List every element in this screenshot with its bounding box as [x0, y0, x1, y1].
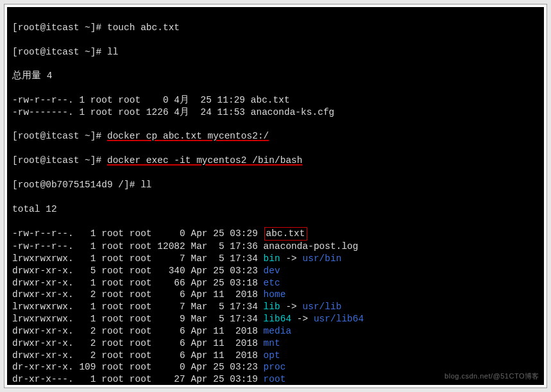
symlink-target: usr/lib	[303, 302, 342, 312]
file-name: proc	[264, 362, 286, 372]
symlink-target: usr/bin	[303, 253, 342, 264]
file-name: dev	[264, 266, 280, 276]
ls-row: drwxr-xr-x. 2 root root 6 Apr 11 2018 me…	[12, 325, 539, 337]
file-name: media	[264, 326, 292, 336]
symlink-target: usr/lib64	[314, 314, 364, 324]
file-name: lib64	[264, 314, 292, 324]
file-name: etc	[264, 278, 280, 288]
ls-row: lrwxrwxrwx. 1 root root 9 Mar 5 17:34 li…	[12, 313, 539, 325]
ls-row: drwxr-xr-x. 2 root root 6 Apr 11 2018 ho…	[12, 289, 539, 301]
file-name: home	[264, 289, 286, 300]
terminal[interactable]: [root@itcast ~]# touch abc.txt [root@itc…	[7, 7, 544, 385]
cmd-line: [root@itcast ~]# touch abc.txt	[12, 22, 539, 34]
cmd-line: [root@itcast ~]# ll	[12, 46, 539, 58]
file-name: mnt	[264, 338, 280, 348]
ls-header: 总用量 4	[12, 70, 539, 82]
file-name: root	[264, 374, 286, 384]
cmd-line: [root@0b70751514d9 /]# ll	[12, 179, 539, 191]
ls-total: total 12	[12, 203, 539, 216]
ls-row: drwxr-xr-x. 2 root root 6 Apr 11 2018 mn…	[12, 337, 539, 350]
cmd-line: [root@itcast ~]# docker exec -it mycento…	[12, 155, 539, 167]
cmd-line: [root@itcast ~]# docker cp abc.txt mycen…	[12, 130, 539, 142]
file-name: opt	[264, 350, 280, 361]
ls-row: drwxr-xr-x. 1 root root 66 Apr 25 03:18 …	[12, 277, 539, 289]
window-border: [root@itcast ~]# touch abc.txt [root@itc…	[4, 4, 547, 388]
ls-row: -rw-r--r--. 1 root root 0 4月 25 11:29 ab…	[12, 94, 539, 107]
ls-row: drwxr-xr-x. 2 root root 6 Apr 11 2018 op…	[12, 350, 539, 362]
file-name: abc.txt	[264, 227, 307, 241]
file-name: bin	[264, 253, 280, 264]
ls-row: drwxr-xr-x. 5 root root 340 Apr 25 03:23…	[12, 265, 539, 277]
ls-row: -rw-------. 1 root root 1226 4月 24 11:53…	[12, 107, 539, 119]
file-name: lib	[264, 302, 280, 312]
ls-row: -rw-r--r--. 1 root root 12082 Mar 5 17:3…	[12, 241, 539, 253]
ls-row: -rw-r--r--. 1 root root 0 Apr 25 03:29 a…	[12, 227, 539, 241]
ls-row: lrwxrwxrwx. 1 root root 7 Mar 5 17:34 bi…	[12, 253, 539, 265]
ls-row: lrwxrwxrwx. 1 root root 7 Mar 5 17:34 li…	[12, 301, 539, 313]
watermark: blog.csdn.net/@51CTO博客	[445, 371, 539, 380]
file-name: anaconda-post.log	[264, 241, 359, 251]
screenshot-frame: [root@itcast ~]# touch abc.txt [root@itc…	[0, 0, 551, 392]
